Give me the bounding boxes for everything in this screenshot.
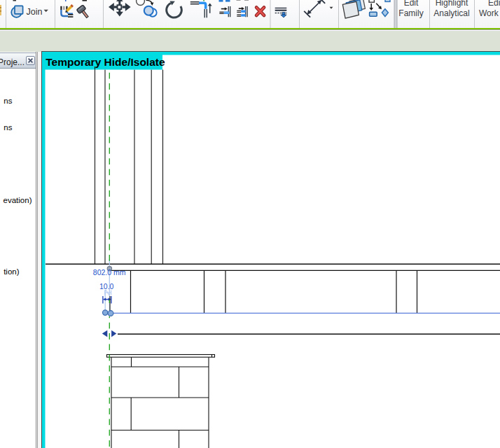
svg-text:Highlight: Highlight xyxy=(436,0,468,8)
svg-text:Edit: Edit xyxy=(488,0,500,8)
svg-text:10.0: 10.0 xyxy=(99,282,114,290)
svg-text:802.0 mm: 802.0 mm xyxy=(93,268,126,276)
svg-text:Edit: Edit xyxy=(404,0,419,8)
svg-text:Analytical: Analytical xyxy=(433,8,469,18)
svg-text:Temporary Hide/Isolate: Temporary Hide/Isolate xyxy=(46,56,165,68)
svg-text:Family: Family xyxy=(398,8,423,18)
svg-text:Join: Join xyxy=(27,7,43,17)
svg-text:Work P: Work P xyxy=(479,8,500,18)
